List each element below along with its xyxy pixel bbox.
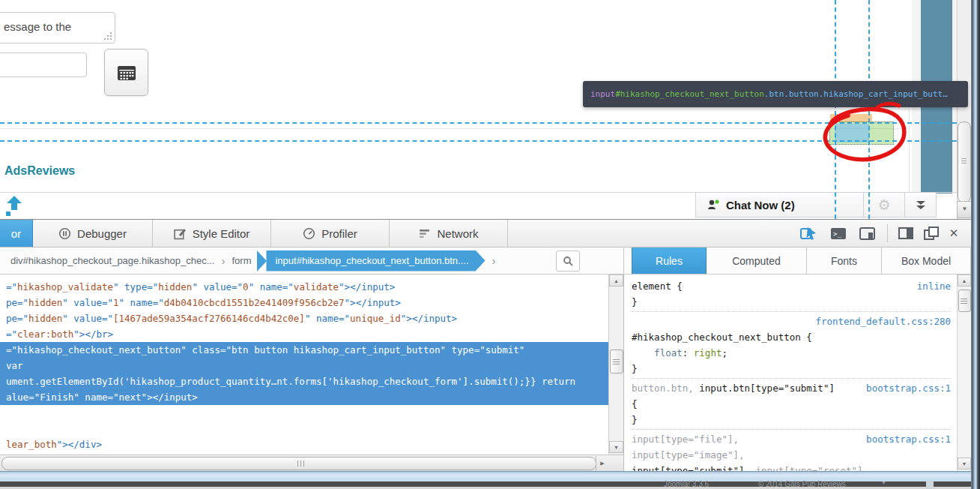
tab-label: Network [437,227,478,240]
ads-reviews-link[interactable]: AdsReviews [4,164,75,178]
css-rule-line[interactable]: } [632,361,951,376]
page-scrollbar-thumb[interactable] [958,122,971,202]
code-segment: "></input> [401,313,457,324]
css-rule-line[interactable]: #hikashop_checkout_next_button { [632,329,951,345]
markup-vscrollbar[interactable]: ▲ ▼ [608,274,623,454]
search-icon [563,256,573,266]
footer-light-block [926,481,934,489]
markup-line-selected[interactable]: var [0,358,608,374]
search-button[interactable] [556,250,580,272]
sidebar-tab-computed[interactable]: Computed [707,248,807,274]
css-rule-line[interactable]: inlineelement { [632,278,951,294]
styleeditor-icon [174,227,187,240]
css-rule-line[interactable]: input[type="submit"], input[type="reset"… [632,463,951,471]
code-segment: " value=" [62,313,113,324]
css-rule-line[interactable]: frontend_default.css:280 [632,314,951,329]
window-right-edge [971,0,980,489]
code-segment: hidden [28,297,62,308]
devtools-tab-style-editor[interactable]: Style Editor [153,220,271,247]
markup-line[interactable]: pe="hidden" value="[1467ade59a354acf2766… [0,310,608,326]
markup-scroll-down-button[interactable]: ▼ [609,441,623,453]
tooltip-id: #hikashop_checkout_next_button [615,89,764,99]
css-rule-line[interactable]: } [632,412,951,428]
markup-vscrollbar-thumb[interactable] [610,350,623,374]
date-input[interactable] [0,52,87,77]
rules-scroll-down-button[interactable]: ▼ [958,458,971,470]
close-devtools-button[interactable]: ✕ [944,225,964,242]
rules-view: inlineelement {}frontend_default.css:280… [623,274,957,471]
sidebar-tab-rules[interactable]: Rules [632,248,707,274]
sidebar-tab-fonts[interactable]: Fonts [807,248,882,274]
code-segment: " value=" [192,281,243,292]
message-textarea[interactable]: essage to the [0,12,115,44]
markup-line[interactable]: lear_both"></div> [0,436,608,452]
scrollbar-grip-icon [961,298,967,299]
textarea-resize-grip-icon[interactable] [104,32,112,40]
chat-minimize-button[interactable] [904,193,936,217]
code-segment: hidden [28,313,62,324]
breadcrumb-item-selected[interactable]: input#hikashop_checkout_next_button.btn.… [266,250,485,272]
stylesheet-link[interactable]: bootstrap.css:1 [866,380,951,396]
stylesheet-link[interactable]: frontend_default.css:280 [815,314,951,329]
css-rule-line[interactable]: { [632,396,951,412]
person-online-icon [707,199,720,211]
css-code-segment: input[type="image"], [632,449,745,460]
css-rule-line[interactable]: float: right; [632,345,951,361]
markup-line[interactable]: pe="hidden" value="1" name="d4b0410cbcd1… [0,295,608,310]
tab-label: Profiler [321,227,357,240]
sidebar-tab-box-model[interactable]: Box Model [882,248,971,274]
debugger-icon [58,227,71,240]
rules-vscrollbar-thumb[interactable] [958,290,971,312]
chat-now-button[interactable]: Chat Now (2) [696,193,863,217]
markup-line-selected[interactable]: ="hikashop_checkout_next_button" class="… [0,342,608,358]
pick-element-button[interactable] [799,225,818,242]
stylesheet-link[interactable]: inline [917,278,951,294]
markup-hscrollbar[interactable]: ▶ [0,454,623,471]
css-code-segment: : [683,347,694,358]
css-rule-line[interactable]: } [632,294,951,310]
page-footer-band: Joomla! 3.3.6 © 2014 Gals Pub Reviews ▼ [0,482,971,487]
scroll-to-top-icon[interactable] [6,196,22,217]
css-rule-line[interactable]: bootstrap.css:1input[type="file"], [632,431,951,447]
devtools-tab-debugger[interactable]: Debugger [33,220,153,247]
rules-vscrollbar[interactable]: ▲ ▼ [957,274,971,471]
breadcrumb-item[interactable]: div#hikashop_checkout_page.hikashop_chec… [10,255,214,266]
markup-line[interactable]: ="hikashop_validate" type="hidden" value… [0,279,608,295]
breadcrumb: div#hikashop_checkout_page.hikashop_chec… [10,248,503,274]
css-rule-line[interactable]: bootstrap.css:1button.btn, input.btn[typ… [632,380,951,396]
code-segment: "></br> [73,328,113,340]
css-code-segment: element { [632,280,683,292]
calendar-button[interactable] [104,49,148,96]
undock-window-button[interactable] [922,225,941,242]
devtools-tab-network[interactable]: Network [390,220,508,247]
devtools-tab-or[interactable]: or [0,220,33,247]
responsive-mode-button[interactable] [857,225,877,242]
css-code-segment: input[type="file"], [632,434,739,445]
breadcrumb-item[interactable]: form [232,255,251,266]
devtools-tab-profiler[interactable]: Profiler [271,220,390,247]
code-segment: hikashop_validate [17,281,113,292]
markup-line[interactable]: ="clear:both"></br> [0,326,608,342]
stylesheet-link[interactable]: bootstrap.css:1 [866,431,951,447]
code-segment: " name=" [249,281,294,292]
page-scrollbar-down-button[interactable]: ▼ [957,201,973,218]
css-code-segment: ; [722,347,728,358]
code-segment: " value=" [62,297,113,308]
css-code-segment: , input[type="reset"], [745,465,869,471]
markup-scroll-right-button[interactable]: ▶ [596,456,608,471]
markup-hscrollbar-thumb[interactable] [1,457,596,470]
markup-line-selected[interactable]: ument.getElementById('hikashop_product_q… [0,374,608,389]
css-rule-line[interactable]: input[type="image"], [632,447,951,463]
chat-now-label: Chat Now (2) [726,199,795,212]
dock-sidebar-button[interactable] [896,225,916,242]
markup-line-selected[interactable]: alue="Finish" name="next"></input> [0,389,608,405]
toolbar-separator [887,224,888,242]
gear-icon: ⚙ [877,196,890,214]
console-button[interactable]: >_ [829,225,848,242]
markup-line[interactable] [0,421,608,436]
markup-scroll-up-button[interactable]: ▲ [609,274,623,286]
message-textarea-value: essage to the [4,13,71,41]
markup-view[interactable]: ="hikashop_validate" type="hidden" value… [0,274,608,454]
rules-scroll-up-button[interactable]: ▲ [958,274,971,286]
markup-line[interactable] [0,405,608,421]
